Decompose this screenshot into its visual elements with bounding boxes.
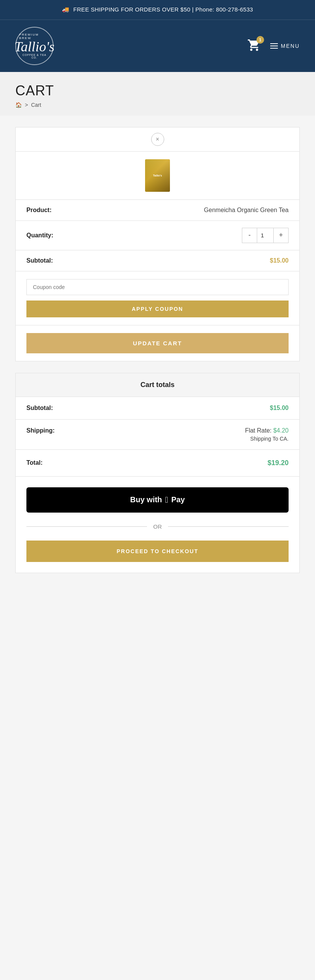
or-label: OR bbox=[153, 523, 162, 530]
banner-text: FREE SHIPPING FOR ORDERS OVER $50 | Phon… bbox=[73, 6, 253, 13]
apply-coupon-button[interactable]: APPLY COUPON bbox=[26, 301, 289, 317]
coupon-section: APPLY COUPON bbox=[16, 271, 299, 325]
quantity-row: Quantity: - + bbox=[16, 221, 299, 250]
minus-icon: - bbox=[248, 231, 251, 239]
menu-label: MENU bbox=[281, 43, 300, 49]
or-line-right bbox=[168, 526, 289, 527]
update-cart-button[interactable]: UPDATE CART bbox=[26, 333, 289, 353]
logo-main-text: Tallio's bbox=[15, 40, 54, 54]
truck-icon: 🚚 bbox=[62, 5, 69, 14]
subtotal-row: Subtotal: $15.00 bbox=[16, 250, 299, 271]
apple-pay-label: Buy with bbox=[130, 495, 162, 504]
logo[interactable]: PREMIUM BREW Tallio's COFFEE & TEA CO. bbox=[15, 27, 54, 65]
totals-total-label: Total: bbox=[26, 459, 42, 466]
logo-circle: PREMIUM BREW Tallio's COFFEE & TEA CO. bbox=[15, 27, 54, 65]
or-divider: OR bbox=[26, 523, 289, 530]
breadcrumb-current: Cart bbox=[31, 102, 41, 108]
subtotal-label: Subtotal: bbox=[26, 257, 53, 264]
totals-header: Cart totals bbox=[16, 373, 299, 397]
quantity-input[interactable] bbox=[257, 228, 274, 243]
product-image-label: Tallio's bbox=[152, 173, 163, 178]
shipping-value: Flat Rate: $4.20 Shipping To CA. bbox=[245, 427, 289, 442]
cart-count: 1 bbox=[256, 36, 264, 44]
breadcrumb-section: CART 🏠 > Cart bbox=[0, 72, 315, 116]
main-content: × Tallio's Product: Genmeicha Organic Gr… bbox=[0, 116, 315, 585]
apply-coupon-label: APPLY COUPON bbox=[132, 306, 183, 312]
logo-text-bottom: COFFEE & TEA CO. bbox=[19, 54, 50, 59]
totals-total-row: Total: $19.20 bbox=[16, 450, 299, 477]
product-image-row: Tallio's bbox=[16, 152, 299, 200]
remove-item-button[interactable]: × bbox=[151, 133, 164, 146]
shipping-destination: Shipping To CA. bbox=[245, 436, 289, 442]
proceed-checkout-button[interactable]: PROCEED TO CHECKOUT bbox=[26, 541, 289, 562]
product-label: Product: bbox=[26, 207, 52, 214]
product-image: Tallio's bbox=[145, 159, 170, 192]
logo-text-top: PREMIUM BREW bbox=[19, 33, 50, 40]
totals-subtotal-value: $15.00 bbox=[270, 405, 289, 412]
cart-totals-card: Cart totals Subtotal: $15.00 Shipping: F… bbox=[15, 373, 300, 573]
shipping-rate-text: Flat Rate: $4.20 bbox=[245, 427, 289, 434]
quantity-decrease-button[interactable]: - bbox=[242, 228, 257, 243]
menu-button[interactable]: MENU bbox=[270, 43, 300, 49]
shipping-rate-amount: $4.20 bbox=[273, 427, 289, 434]
totals-subtotal-label: Subtotal: bbox=[26, 405, 53, 412]
hamburger-icon bbox=[270, 43, 278, 49]
home-icon: 🏠 bbox=[15, 102, 22, 108]
shipping-rate-label: Flat Rate: bbox=[245, 427, 271, 434]
apple-logo-icon:  bbox=[165, 495, 168, 505]
breadcrumb-separator: > bbox=[25, 102, 28, 108]
totals-shipping-label: Shipping: bbox=[26, 427, 55, 434]
remove-row: × bbox=[16, 127, 299, 152]
quantity-increase-button[interactable]: + bbox=[274, 228, 288, 243]
or-line-left bbox=[26, 526, 147, 527]
breadcrumb: 🏠 > Cart bbox=[15, 102, 300, 108]
update-cart-label: UPDATE CART bbox=[133, 340, 182, 346]
subtotal-value: $15.00 bbox=[270, 257, 289, 264]
apple-pay-suffix: Pay bbox=[171, 495, 185, 504]
header-right: 1 MENU bbox=[247, 38, 300, 54]
quantity-label: Quantity: bbox=[26, 232, 53, 239]
product-row: Product: Genmeicha Organic Green Tea bbox=[16, 200, 299, 221]
remove-icon: × bbox=[156, 136, 159, 143]
cart-card: × Tallio's Product: Genmeicha Organic Gr… bbox=[15, 127, 300, 361]
product-name: Genmeicha Organic Green Tea bbox=[204, 207, 289, 214]
totals-subtotal-row: Subtotal: $15.00 bbox=[16, 397, 299, 420]
totals-total-value: $19.20 bbox=[268, 459, 289, 467]
top-banner: 🚚 FREE SHIPPING FOR ORDERS OVER $50 | Ph… bbox=[0, 0, 315, 20]
plus-icon: + bbox=[279, 231, 283, 239]
coupon-input[interactable] bbox=[26, 279, 289, 295]
update-cart-section: UPDATE CART bbox=[16, 325, 299, 361]
proceed-label: PROCEED TO CHECKOUT bbox=[117, 548, 199, 554]
header: PREMIUM BREW Tallio's COFFEE & TEA CO. 1… bbox=[0, 20, 315, 72]
breadcrumb-home[interactable]: 🏠 bbox=[15, 102, 22, 108]
totals-shipping-row: Shipping: Flat Rate: $4.20 Shipping To C… bbox=[16, 420, 299, 450]
quantity-control: - + bbox=[242, 228, 289, 243]
apple-pay-button[interactable]: Buy with  Pay bbox=[26, 487, 289, 513]
cart-button[interactable]: 1 bbox=[247, 38, 261, 54]
checkout-section: Buy with  Pay OR PROCEED TO CHECKOUT bbox=[16, 477, 299, 573]
page-title: CART bbox=[15, 83, 300, 99]
